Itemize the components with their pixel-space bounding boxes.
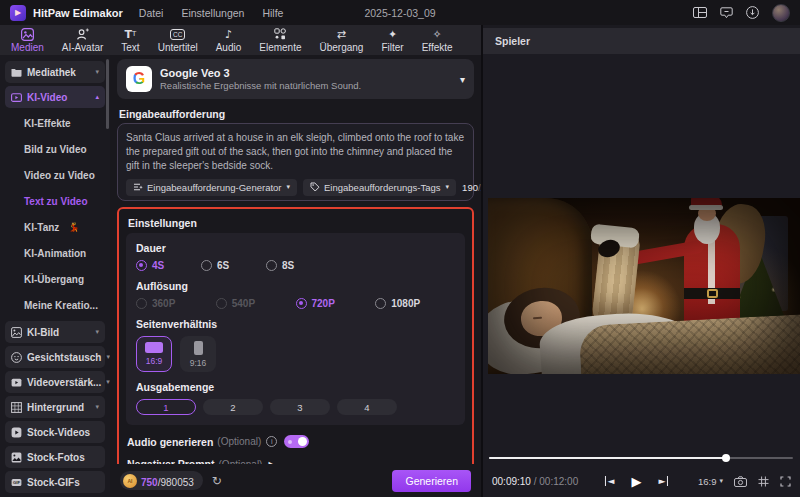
output-count-options: 1 2 3 4 [136,399,455,415]
prompt-text[interactable]: Santa Claus arrived at a house in an elk… [126,131,465,174]
sidebar-item-videoverstaerker[interactable]: Videoverstärk... ▾ [5,371,105,393]
sidebar-item-stock-fotos[interactable]: Stock-Fotos [5,446,105,468]
snapshot-icon[interactable] [734,476,747,487]
info-icon[interactable] [266,436,277,447]
grid-overlay-icon[interactable] [758,476,769,487]
radio-8s[interactable]: 8S [266,260,331,271]
app-name: HitPaw Edimakor [33,7,123,19]
duration-options: 4S 6S 8S [136,260,455,271]
tab-effekte[interactable]: ✧ Effekte [413,25,462,55]
count-2-button[interactable]: 2 [203,399,263,415]
sidebar-item-ki-video[interactable]: KI-Video ▴ [5,86,105,108]
sidebar-item-ki-animation[interactable]: KI-Animation [0,240,110,266]
prompt-generator-button[interactable]: Eingabeaufforderung-Generator ▾ [126,179,297,196]
sidebar-scrollbar[interactable] [106,59,109,129]
player-controls: 00:09:10 / 00:12:00 16:9▾ [492,472,791,490]
chevron-down-icon: ▾ [460,74,465,85]
menu-einstellungen[interactable]: Einstellungen [181,7,244,19]
photo-icon [11,452,22,463]
sidebar-item-bild-zu-video[interactable]: Bild zu Video [0,136,110,162]
tab-filter[interactable]: ✦ Filter [372,25,412,55]
grid-icon [11,402,22,413]
sidebar-item-ki-bild[interactable]: KI-Bild ▾ [5,321,105,343]
count-1-button[interactable]: 1 [136,399,196,415]
menu-hilfe[interactable]: Hilfe [262,7,283,19]
radio-icon [375,298,386,309]
sidebar-item-stock-videos[interactable]: Stock-Videos [5,421,105,443]
toolbar: Medien AI-Avatar Text Untertitel ♪ Audio… [0,25,481,55]
folder-icon [11,67,22,78]
radio-6s[interactable]: 6S [201,260,266,271]
prompt-tags-button[interactable]: Eingabeaufforderungs-Tags ▾ [303,179,456,196]
previous-frame-button[interactable] [604,476,614,486]
tab-medien[interactable]: Medien [2,25,53,55]
fullscreen-icon[interactable] [780,476,791,487]
tab-elemente[interactable]: Elemente [250,25,310,55]
text-icon [125,28,137,41]
layout-icon[interactable] [693,7,707,18]
next-frame-button[interactable] [658,476,668,486]
model-selector[interactable]: G Google Veo 3 Realistische Ergebnisse m… [117,59,474,99]
model-name: Google Veo 3 [160,67,361,79]
avatar-icon [76,28,89,41]
tab-text[interactable]: Text [112,25,148,55]
radio-4s[interactable]: 4S [136,260,201,271]
audio-toggle[interactable] [284,435,309,448]
refresh-icon[interactable] [212,474,222,488]
aspect-9-16-button[interactable]: 9:16 [180,336,216,372]
settings-card: Dauer 4S 6S 8S Auflösung 360P 540P 720P … [126,233,465,425]
radio-1080p[interactable]: 1080P [375,298,455,309]
count-3-button[interactable]: 3 [270,399,330,415]
sidebar-item-ki-tanz[interactable]: KI-Tanz 💃 [0,214,110,240]
aspect-ratio-select[interactable]: 16:9▾ [698,476,723,487]
prompt-input[interactable]: Santa Claus arrived at a house in an elk… [117,123,474,201]
video-icon [11,92,22,103]
sidebar-item-mediathek[interactable]: Mediathek ▾ [5,61,105,83]
sidebar-item-video-zu-video[interactable]: Video zu Video [0,162,110,188]
left-panel: Medien AI-Avatar Text Untertitel ♪ Audio… [0,25,481,497]
player-header: Spieler [483,28,800,54]
video-enhance-icon [11,377,22,388]
audio-option-row: Audio generieren (Optional) [126,435,465,448]
app-logo-icon [10,5,26,21]
aspect-16-9-button[interactable]: 16:9 [136,336,172,372]
sidebar-item-gesichtstausch[interactable]: Gesichtstausch ▾ [5,346,105,368]
tab-ai-avatar[interactable]: AI-Avatar [53,25,113,55]
tab-uebergang[interactable]: ⇄ Übergang [311,25,373,55]
chevron-down-icon: ▾ [446,183,450,191]
tab-audio[interactable]: ♪ Audio [207,25,251,55]
duration-label: Dauer [136,242,455,254]
feedback-icon[interactable] [720,7,733,19]
sidebar-item-ki-effekte[interactable]: KI-Effekte [0,110,110,136]
radio-540p: 540P [216,298,296,309]
tab-untertitel[interactable]: Untertitel [149,25,207,55]
seek-bar[interactable] [489,454,793,461]
face-icon [11,352,22,363]
video-preview[interactable] [488,198,800,374]
sidebar-item-text-zu-video[interactable]: Text zu Video [0,188,110,214]
radio-icon [266,260,277,271]
elements-icon [274,28,286,41]
radio-720p[interactable]: 720P [296,298,376,309]
generate-button[interactable]: Generieren [392,470,471,492]
play-button[interactable] [631,474,641,489]
filter-icon: ✦ [388,28,397,41]
aspect-ratio-label: Seitenverhältnis [136,318,455,330]
count-4-button[interactable]: 4 [337,399,397,415]
radio-icon [136,298,147,309]
title-bar: HitPaw Edimakor Datei Einstellungen Hilf… [0,0,800,25]
download-icon[interactable] [746,6,759,19]
radio-360p: 360P [136,298,216,309]
sidebar-item-stock-gifs[interactable]: GIF Stock-GIFs [5,471,105,493]
user-avatar[interactable] [772,4,790,22]
seek-thumb[interactable] [722,454,730,462]
chevron-down-icon: ▾ [287,183,291,191]
play-box-icon [11,427,22,438]
radio-icon [296,298,307,309]
sidebar-item-ki-uebergang[interactable]: KI-Übergang [0,266,110,292]
credits-coin-icon [123,474,137,488]
radio-icon [201,260,212,271]
sidebar-item-hintergrund[interactable]: Hintergrund ▾ [5,396,105,418]
sidebar-item-meine-kreationen[interactable]: Meine Kreatio... [0,292,110,318]
menu-datei[interactable]: Datei [139,7,164,19]
